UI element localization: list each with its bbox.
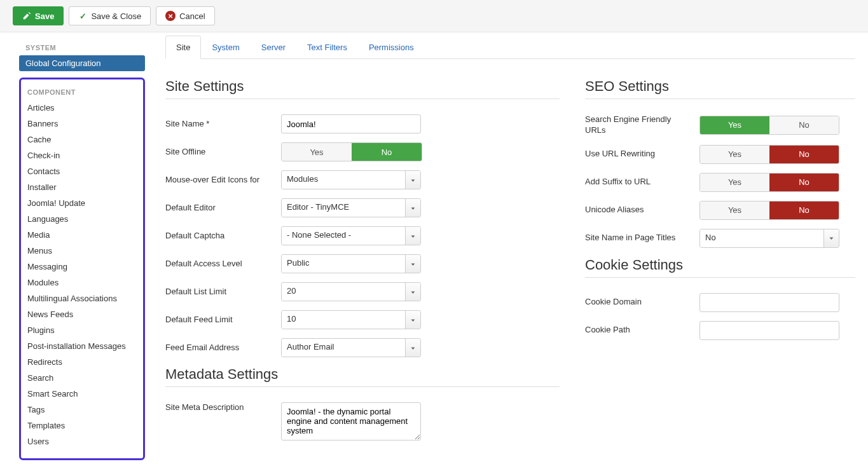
unicode-yes[interactable]: Yes <box>700 201 769 219</box>
cancel-button[interactable]: Cancel <box>156 6 214 25</box>
cancel-icon <box>165 11 176 21</box>
sidebar-item-contacts[interactable]: Contacts <box>21 163 143 179</box>
pencil-icon <box>22 11 31 20</box>
chevron-down-icon <box>405 283 420 301</box>
meta-desc-textarea[interactable] <box>281 402 421 440</box>
tab-permissions[interactable]: Permissions <box>358 36 425 59</box>
sidebar-item-post-installation-messages[interactable]: Post-installation Messages <box>21 338 143 354</box>
site-name-input[interactable] <box>281 114 421 133</box>
sef-no[interactable]: No <box>769 116 839 134</box>
chevron-down-icon <box>823 229 839 247</box>
default-feed-select[interactable]: 10 <box>281 310 421 329</box>
cancel-button-label: Cancel <box>179 11 205 21</box>
pagetitles-label: Site Name in Page Titles <box>585 233 699 243</box>
check-icon <box>78 11 87 20</box>
url-rewriting-label: Use URL Rewriting <box>585 149 699 160</box>
default-captcha-value: - None Selected - <box>282 227 405 245</box>
unicode-no[interactable]: No <box>769 201 839 219</box>
site-offline-yes[interactable]: Yes <box>282 143 352 161</box>
tab-server[interactable]: Server <box>251 36 296 59</box>
chevron-down-icon <box>405 311 420 329</box>
cookie-path-input[interactable] <box>699 321 839 340</box>
sidebar-system-heading: SYSTEM <box>19 40 145 55</box>
sidebar-item-languages[interactable]: Languages <box>21 211 143 227</box>
mouse-over-select[interactable]: Modules <box>281 170 421 189</box>
default-editor-value: Editor - TinyMCE <box>282 199 405 217</box>
sidebar-item-search[interactable]: Search <box>21 370 143 386</box>
site-offline-no[interactable]: No <box>352 143 422 161</box>
sidebar-item-smart-search[interactable]: Smart Search <box>21 386 143 402</box>
divider <box>585 277 855 278</box>
feed-email-value: Author Email <box>282 339 405 357</box>
sef-yes[interactable]: Yes <box>700 116 769 134</box>
default-list-label: Default List Limit <box>165 287 281 297</box>
site-offline-label: Site Offline <box>165 147 281 158</box>
tab-system[interactable]: System <box>201 36 250 59</box>
sidebar-item-banners[interactable]: Banners <box>21 116 143 132</box>
save-close-button[interactable]: Save & Close <box>69 6 151 25</box>
chevron-down-icon <box>405 339 420 357</box>
default-feed-value: 10 <box>282 311 405 329</box>
sidebar: SYSTEM Global Configuration COMPONENT Ar… <box>0 32 153 464</box>
default-editor-label: Default Editor <box>165 203 281 214</box>
default-feed-label: Default Feed Limit <box>165 315 281 325</box>
sidebar-item-check-in[interactable]: Check-in <box>21 147 143 163</box>
unicode-aliases-toggle[interactable]: Yes No <box>699 201 839 220</box>
tab-site[interactable]: Site <box>165 36 201 59</box>
sidebar-item-redirects[interactable]: Redirects <box>21 354 143 370</box>
sidebar-item-news-feeds[interactable]: News Feeds <box>21 306 143 322</box>
sidebar-item-plugins[interactable]: Plugins <box>21 322 143 338</box>
suffix-no[interactable]: No <box>769 174 839 191</box>
divider <box>165 99 560 99</box>
mouse-over-label: Mouse-over Edit Icons for <box>165 175 281 186</box>
sidebar-item-templates[interactable]: Templates <box>21 418 143 433</box>
sidebar-component-box: COMPONENT ArticlesBannersCacheCheck-inCo… <box>19 78 145 460</box>
sidebar-item-modules[interactable]: Modules <box>21 275 143 290</box>
site-name-label: Site Name * <box>165 119 281 130</box>
default-captcha-select[interactable]: - None Selected - <box>281 226 421 245</box>
pagetitles-value: No <box>700 229 823 247</box>
url-rewriting-toggle[interactable]: Yes No <box>699 145 839 164</box>
seo-settings-heading: SEO Settings <box>585 78 855 95</box>
save-button-label: Save <box>35 11 54 21</box>
save-button[interactable]: Save <box>13 6 64 25</box>
sef-urls-toggle[interactable]: Yes No <box>699 116 839 135</box>
sidebar-item-articles[interactable]: Articles <box>21 100 143 116</box>
sidebar-item-global-configuration[interactable]: Global Configuration <box>19 55 145 71</box>
cookie-domain-label: Cookie Domain <box>585 297 699 308</box>
suffix-url-label: Add Suffix to URL <box>585 177 699 188</box>
config-tabs: SiteSystemServerText FiltersPermissions <box>165 35 855 59</box>
unicode-aliases-label: Unicode Aliases <box>585 205 699 215</box>
sidebar-item-menus[interactable]: Menus <box>21 243 143 259</box>
sidebar-item-tags[interactable]: Tags <box>21 402 143 418</box>
default-list-select[interactable]: 20 <box>281 282 421 301</box>
cookie-path-label: Cookie Path <box>585 325 699 336</box>
divider <box>585 99 855 99</box>
rewrite-yes[interactable]: Yes <box>700 146 769 163</box>
chevron-down-icon <box>405 227 420 245</box>
divider <box>165 386 560 387</box>
sidebar-item-messaging[interactable]: Messaging <box>21 259 143 275</box>
sef-urls-label: Search Engine Friendly URLs <box>585 114 699 136</box>
suffix-url-toggle[interactable]: Yes No <box>699 173 839 192</box>
default-access-value: Public <box>282 255 405 273</box>
suffix-yes[interactable]: Yes <box>700 174 769 191</box>
sidebar-item-joomla-update[interactable]: Joomla! Update <box>21 195 143 211</box>
site-offline-toggle[interactable]: Yes No <box>281 142 422 161</box>
sidebar-item-users[interactable]: Users <box>21 433 143 449</box>
sidebar-item-cache[interactable]: Cache <box>21 132 143 147</box>
rewrite-no[interactable]: No <box>769 146 839 163</box>
default-editor-select[interactable]: Editor - TinyMCE <box>281 198 421 217</box>
sidebar-item-installer[interactable]: Installer <box>21 179 143 195</box>
toolbar: Save Save & Close Cancel <box>0 0 868 32</box>
default-access-select[interactable]: Public <box>281 254 421 273</box>
pagetitles-select[interactable]: No <box>699 229 839 248</box>
main-content: SiteSystemServerText FiltersPermissions … <box>153 32 868 464</box>
sidebar-item-media[interactable]: Media <box>21 227 143 243</box>
sidebar-item-multilingual-associations[interactable]: Multilingual Associations <box>21 290 143 306</box>
tab-text-filters[interactable]: Text Filters <box>296 36 358 59</box>
feed-email-select[interactable]: Author Email <box>281 338 421 357</box>
chevron-down-icon <box>405 171 420 189</box>
save-close-button-label: Save & Close <box>91 11 141 21</box>
cookie-domain-input[interactable] <box>699 293 839 312</box>
